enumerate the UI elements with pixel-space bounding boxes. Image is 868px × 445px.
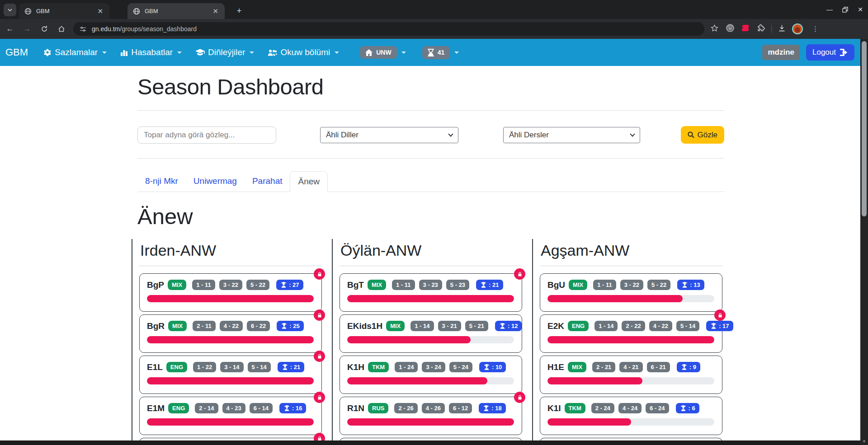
scroll-down-arrow[interactable]: ▼ <box>860 438 868 445</box>
group-card[interactable]: EKids1H MIX 1 - 143 - 215 - 21 : 12 <box>340 314 522 353</box>
student-count-badge: : 9 <box>677 362 700 372</box>
lock-icon <box>314 351 325 362</box>
search-button[interactable]: Gözle <box>681 126 724 144</box>
group-card[interactable]: BgP MIX 1 - 113 - 225 - 22 : 27 <box>139 273 322 312</box>
language-badge: MIX <box>568 362 586 372</box>
group-card[interactable]: BgR MIX 2 - 114 - 226 - 22 : 25 <box>139 314 322 353</box>
group-card[interactable]: E2K ENG 1 - 142 - 224 - 225 - 14 : 17 <box>540 314 722 353</box>
tab-anew-active[interactable]: Änew <box>290 171 328 192</box>
timer-selector[interactable]: 41 <box>422 46 459 59</box>
schedule-badge: 3 - 24 <box>422 362 445 372</box>
student-count: : 17 <box>719 323 729 329</box>
schedule-badge: 1 - 14 <box>410 321 434 331</box>
student-icon <box>710 323 717 329</box>
back-button[interactable]: ← <box>3 22 17 36</box>
reload-icon <box>41 25 48 33</box>
menu-okuw-bolumi[interactable]: Okuw bölümi <box>268 47 339 57</box>
schedule-badge: 4 - 23 <box>222 403 245 413</box>
window-bottom-edge <box>0 440 868 445</box>
extension-power-icon[interactable] <box>726 23 735 34</box>
menu-hasabatlar[interactable]: Hasabatlar <box>120 47 182 57</box>
browser-tab-2-active[interactable]: GBM ✕ <box>127 3 225 19</box>
slot-badges: 1 - 243 - 245 - 24 <box>395 362 472 372</box>
tab-parahat[interactable]: Parahat <box>245 171 290 192</box>
browser-menu-icon[interactable]: ⋮ <box>809 25 821 33</box>
brand-logo[interactable]: GBM <box>5 47 28 58</box>
group-card[interactable]: BgU MIX 1 - 113 - 225 - 22 : 13 <box>540 273 722 312</box>
forward-button[interactable]: → <box>20 22 34 36</box>
tab-uniwermag[interactable]: Uniwermag <box>186 171 245 192</box>
window-close-button[interactable]: ✕ <box>853 0 868 19</box>
progress-bar <box>147 418 314 426</box>
campus-badge[interactable]: UNW <box>360 46 396 59</box>
menu-dinleyjiler[interactable]: Diňleýjiler <box>195 47 254 57</box>
bookmark-star-icon[interactable] <box>711 24 718 34</box>
campus-selector[interactable]: UNW <box>360 46 406 59</box>
profile-avatar[interactable] <box>792 23 803 34</box>
progress-bar <box>147 295 314 302</box>
language-filter-select[interactable]: Ähli Diller <box>320 127 458 143</box>
page-content: Season Dashboard Ähli Diller Ähli Dersle… <box>0 66 860 440</box>
browser-tab-1[interactable]: GBM ✕ <box>19 3 109 19</box>
group-card[interactable]: BgT MIX 1 - 113 - 235 - 23 : 21 <box>340 273 522 312</box>
progress-fill <box>347 377 487 384</box>
extensions-puzzle-icon[interactable] <box>756 24 765 34</box>
student-icon <box>483 364 490 370</box>
student-count-badge: : 13 <box>677 280 704 290</box>
window-restore-button[interactable] <box>837 0 853 19</box>
schedule-badge: 6 - 21 <box>647 362 670 372</box>
schedule-badge: 4 - 22 <box>220 321 243 331</box>
progress-fill <box>547 418 631 426</box>
search-input[interactable] <box>137 126 276 144</box>
schedule-badge: 5 - 14 <box>248 362 271 372</box>
logout-button[interactable]: Logout <box>806 44 854 61</box>
group-card[interactable]: E1L ENG 1 - 223 - 145 - 14 : 21 <box>139 356 322 394</box>
browser-toolbar: ← → gn.edu.tm/groups/season_dashboard ⋮ <box>0 19 868 39</box>
schedule-badge: 5 - 14 <box>676 321 699 331</box>
home-button[interactable] <box>54 22 69 36</box>
reload-button[interactable] <box>37 22 52 36</box>
schedule-badge: 4 - 24 <box>618 403 642 413</box>
student-count: : 27 <box>289 281 299 288</box>
language-badge: MIX <box>386 321 405 331</box>
group-card[interactable]: K1H TKM 1 - 243 - 245 - 24 : 10 <box>340 356 522 394</box>
student-icon <box>499 323 506 329</box>
chevron-down-icon <box>102 52 107 54</box>
page-scrollbar[interactable]: ▼ <box>860 39 868 445</box>
downloads-icon[interactable] <box>778 24 786 34</box>
student-count: : 13 <box>690 281 700 288</box>
group-card[interactable]: E1M ENG 2 - 144 - 236 - 14 : 16 <box>139 397 322 435</box>
address-bar[interactable]: gn.edu.tm/groups/season_dashboard <box>73 22 704 36</box>
group-card[interactable]: K1I TKM 2 - 244 - 246 - 24 : 6 <box>540 397 722 435</box>
new-tab-button[interactable]: + <box>233 5 245 17</box>
divider <box>340 266 522 266</box>
student-count: : 9 <box>689 364 696 370</box>
schedule-badge: 6 - 12 <box>449 403 472 413</box>
scrollbar-thumb[interactable] <box>862 41 867 216</box>
group-card[interactable]: H1E MIX 2 - 214 - 216 - 21 : 9 <box>540 356 722 394</box>
subject-filter-select[interactable]: Ähli Dersler <box>503 127 640 143</box>
schedule-badge: 4 - 21 <box>619 362 642 372</box>
schedule-badge: 1 - 22 <box>193 362 216 372</box>
progress-fill <box>347 295 514 302</box>
timer-badge[interactable]: 41 <box>422 46 450 59</box>
home-icon <box>58 25 65 33</box>
progress-fill <box>347 336 471 343</box>
student-count: : 6 <box>689 405 695 412</box>
url-text: gn.edu.tm/groups/season_dashboard <box>92 25 197 33</box>
tab-close-icon[interactable]: ✕ <box>211 6 220 16</box>
divider <box>137 158 724 159</box>
group-card[interactable]: R1N RUS 2 - 264 - 266 - 12 : 18 <box>340 397 522 435</box>
language-badge: RUS <box>368 403 388 413</box>
menu-sazlamalar[interactable]: Sazlamalar <box>43 47 107 57</box>
group-name: K1I <box>547 403 561 413</box>
globe-icon <box>133 8 140 15</box>
extension-red-icon[interactable] <box>741 24 750 34</box>
tab-8nji-mkr[interactable]: 8-nji Mkr <box>137 171 186 192</box>
tab-search-button[interactable] <box>4 4 16 16</box>
window-minimize-button[interactable]: — <box>822 0 837 19</box>
site-settings-icon[interactable] <box>80 26 86 33</box>
slot-badges: 1 - 142 - 224 - 225 - 14 <box>594 321 699 331</box>
column-title: Öýlän-ANW <box>340 242 522 259</box>
tab-close-icon[interactable]: ✕ <box>95 6 105 16</box>
